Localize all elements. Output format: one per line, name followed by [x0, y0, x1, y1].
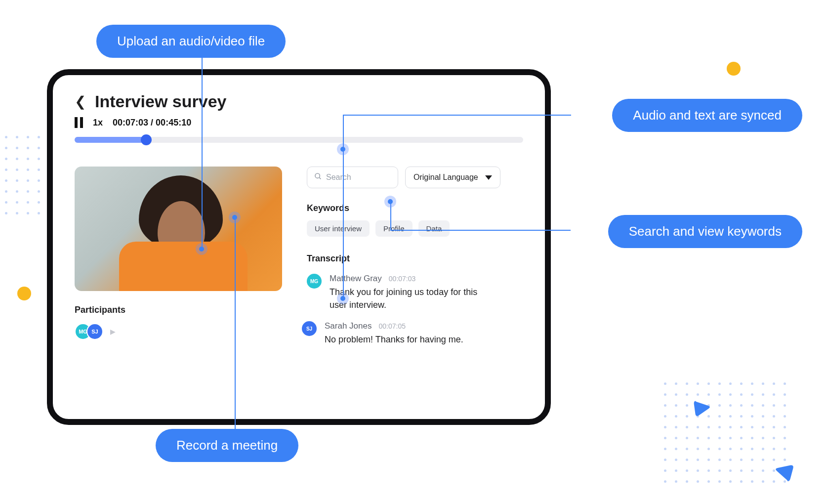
participants-heading: Participants — [75, 305, 282, 315]
chevron-down-icon — [485, 175, 492, 180]
language-select[interactable]: Original Language — [405, 167, 500, 188]
participant-avatar[interactable]: SJ — [86, 323, 103, 340]
participants-list: MGSJ▶ — [75, 323, 282, 340]
app-window: ❮ Interview survey 1x 00:07:03 / 00:45:1… — [47, 69, 551, 425]
entry-timestamp: 00:07:03 — [389, 275, 416, 283]
keyword-chip[interactable]: Profile — [375, 220, 413, 237]
speaker-avatar: SJ — [302, 321, 317, 336]
transcript-list: MG Matthew Gray 00:07:03 Thank you for j… — [307, 274, 523, 346]
entry-text: Thank you for joining us today for this … — [330, 286, 493, 311]
transcript-entry[interactable]: MG Matthew Gray 00:07:03 Thank you for j… — [307, 274, 523, 311]
playback-time: 00:07:03 / 00:45:10 — [113, 118, 191, 128]
playback-speed[interactable]: 1x — [93, 118, 103, 128]
svg-point-0 — [315, 173, 320, 178]
entry-timestamp: 00:07:05 — [378, 322, 406, 330]
decorative-play-shape — [772, 459, 797, 484]
speaker-name: Sarah Jones — [325, 321, 372, 331]
language-selected: Original Language — [414, 173, 478, 182]
speaker-name: Matthew Gray — [330, 274, 382, 284]
progress-thumb[interactable] — [141, 134, 152, 145]
search-input[interactable]: Search — [307, 167, 398, 188]
keywords-heading: Keywords — [307, 203, 523, 213]
entry-text: No problem! Thanks for having me. — [325, 333, 488, 346]
callout-upload: Upload an audio/video file — [96, 25, 286, 58]
transcript-entry[interactable]: SJ Sarah Jones 00:07:05 No problem! Than… — [307, 321, 523, 346]
page-title: Interview survey — [95, 92, 226, 111]
video-thumbnail[interactable] — [75, 167, 282, 291]
transcript-heading: Transcript — [307, 253, 523, 264]
keyword-chip[interactable]: Data — [418, 220, 450, 237]
callout-record: Record a meeting — [156, 429, 298, 462]
keyword-chip[interactable]: User interview — [307, 220, 370, 237]
progress-bar[interactable] — [75, 137, 523, 143]
progress-fill — [75, 137, 146, 143]
play-icon[interactable]: ▶ — [110, 328, 116, 336]
speaker-avatar: MG — [307, 274, 322, 289]
decorative-yellow-dot — [727, 62, 741, 76]
decorative-dots-right — [664, 382, 787, 484]
svg-line-1 — [319, 177, 321, 179]
pause-button[interactable] — [75, 117, 83, 128]
callout-synced: Audio and text are synced — [612, 99, 802, 132]
callout-search: Search and view keywords — [608, 215, 802, 248]
search-icon — [314, 172, 322, 182]
decorative-dots-left — [5, 136, 52, 216]
back-button[interactable]: ❮ — [75, 93, 86, 110]
decorative-play-shape — [690, 396, 713, 420]
search-placeholder: Search — [326, 173, 351, 182]
keywords-list: User interviewProfileData — [307, 220, 523, 237]
decorative-yellow-dot — [17, 287, 31, 300]
